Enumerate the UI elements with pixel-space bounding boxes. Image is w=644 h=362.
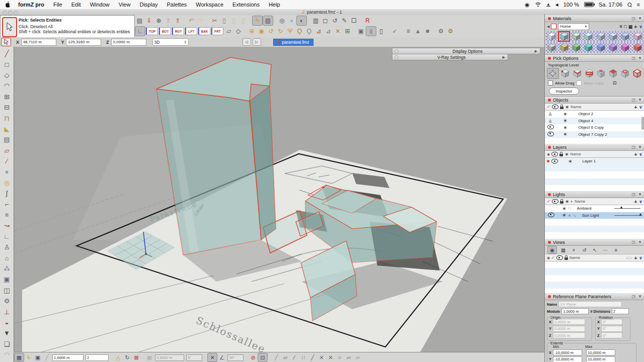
polyhedron-view-icon[interactable]: ◇	[233, 27, 243, 36]
hatch-mode-icon[interactable]: ▨	[263, 16, 273, 26]
attributes-icon[interactable]: ∗	[563, 112, 567, 116]
material-swatch-1[interactable]	[546, 31, 557, 42]
active-layer-icon[interactable]: ◉	[547, 152, 550, 156]
add-layer-button[interactable]: +	[634, 151, 637, 157]
layers-header[interactable]: Layers ◳▼	[545, 144, 644, 151]
bolt-mode-icon[interactable]: ϟ	[252, 16, 263, 26]
grid-divisions-field[interactable]	[86, 354, 109, 361]
sphere-tool-icon[interactable]: ●	[1, 166, 13, 177]
export-arrow-pink-icon[interactable]: ⇧	[164, 16, 173, 25]
material-swatch-8[interactable]	[632, 31, 643, 42]
pick-level-ring-icon[interactable]	[620, 68, 631, 78]
x-coordinate-field[interactable]	[21, 39, 56, 46]
divisions-field[interactable]	[612, 308, 629, 314]
cut-scissors-icon[interactable]: ✂	[210, 16, 219, 25]
pipe-elbow-icon[interactable]: ∟	[1, 231, 13, 242]
lights-header[interactable]: Lights ◳▼	[545, 191, 644, 198]
apple-menu-icon[interactable]	[0, 1, 14, 9]
material-swatch-12[interactable]	[583, 42, 594, 53]
rotate-snap-icon[interactable]: ↻	[123, 353, 132, 361]
panel-popout-icon[interactable]: ◳	[632, 294, 636, 299]
list-view-icon[interactable]: ≡	[619, 24, 622, 29]
lock-icon[interactable]	[559, 154, 563, 156]
cone-sphere-icon[interactable]: ▲	[413, 27, 423, 36]
pick-level-face-hole-icon[interactable]	[596, 68, 607, 78]
view-bottom-button[interactable]: BOT	[159, 27, 171, 35]
objects-scrollbar[interactable]	[641, 117, 644, 130]
blade-tool-icon[interactable]: ╱	[42, 353, 51, 361]
vray-logo-icon[interactable]: R	[363, 16, 372, 25]
origin-z-field[interactable]	[553, 332, 585, 338]
snap-cross-icon[interactable]: ✕	[207, 353, 217, 362]
snap-segment-icon[interactable]: ╱	[272, 353, 281, 361]
eye-icon[interactable]	[547, 125, 554, 129]
menu-bar-clock[interactable]: Sa. 17:06	[599, 2, 622, 8]
window-tool-icon[interactable]: ▣	[33, 353, 42, 361]
confirm-check-icon[interactable]: ✓	[390, 27, 399, 36]
back-arrow-icon[interactable]: ◀	[547, 25, 549, 29]
snap-face-2-icon[interactable]: ▱	[353, 353, 362, 361]
allow-copy-checkbox[interactable]	[577, 80, 582, 85]
dome-outline-icon[interactable]: ◠	[1, 349, 13, 360]
materials-menu-chevron[interactable]: ∨	[639, 24, 642, 29]
material-swatch-14[interactable]	[607, 42, 619, 53]
snap-intersection-points-icon[interactable]: ✕	[326, 353, 335, 361]
module-field[interactable]	[561, 308, 589, 314]
paint-bucket-icon[interactable]: ◒	[1, 317, 13, 328]
sweep-tool-icon[interactable]: ↝	[1, 220, 13, 231]
wire-sphere-icon[interactable]: ◎	[277, 16, 287, 25]
tab-back-button[interactable]: ◁	[243, 38, 251, 46]
attributes-icon[interactable]: ∗	[563, 119, 567, 123]
glue-bottle-2-icon[interactable]: ▯	[238, 16, 248, 25]
prev-view-icon[interactable]: ◁	[625, 256, 628, 260]
hammer-tool-icon[interactable]: ⌐	[1, 199, 13, 209]
menu-palettes[interactable]: Palettes	[163, 2, 192, 8]
light-row-sun-light[interactable]: ∗●↘Sun Light	[545, 212, 644, 219]
measure-wand-icon[interactable]: ⁄	[1, 156, 13, 166]
redo-icon[interactable]: ↷	[196, 16, 206, 25]
attributes-icon[interactable]: ∗	[565, 105, 569, 109]
grid-module-field[interactable]	[52, 354, 84, 361]
render-rotate-icon[interactable]: ↺	[330, 16, 340, 25]
panel-popout-icon[interactable]: ◳	[632, 16, 636, 21]
material-swatch-4[interactable]	[583, 31, 594, 42]
eye-icon[interactable]	[551, 152, 558, 156]
glue-bottle-1-icon[interactable]: ▯	[229, 16, 238, 25]
lock-red-icon[interactable]: ⊠	[132, 353, 141, 361]
panel-collapse-icon[interactable]: ▼	[638, 145, 642, 149]
draw-polygon-icon[interactable]: ◇	[1, 70, 13, 80]
pick-level-face-top-icon[interactable]	[608, 68, 619, 78]
snap-angle-fine-field[interactable]	[186, 354, 202, 361]
sheets-stack-icon[interactable]: ▥	[311, 16, 320, 25]
zoom-window-icon[interactable]: Ϙ	[304, 27, 314, 36]
material-swatch-2[interactable]	[558, 31, 570, 42]
add-material-button[interactable]: +	[634, 24, 637, 30]
spin-view-icon[interactable]: ↻	[276, 27, 285, 36]
add-view-button[interactable]: +	[634, 255, 637, 261]
perspective-grid-icon[interactable]: ▱	[224, 27, 233, 36]
panel-collapse-icon[interactable]: ▼	[638, 294, 642, 299]
object-row-3[interactable]: ∗Object 6 Copy	[545, 124, 644, 131]
spline-tool-icon[interactable]: ∫	[1, 188, 13, 199]
menu-display[interactable]: Display	[135, 2, 162, 8]
material-active-checkbox[interactable]	[551, 24, 556, 29]
close-circle-icon[interactable]: ⊗	[154, 16, 164, 25]
grid-fine-icon[interactable]: ▦	[145, 353, 154, 361]
menu-file[interactable]: File	[49, 2, 67, 8]
pick-level-edge-icon[interactable]	[572, 68, 583, 78]
panel-collapse-icon[interactable]: ▼	[638, 192, 642, 197]
angle-tool-icon[interactable]: ∠	[217, 353, 226, 361]
people-group-icon[interactable]: ⁂	[1, 263, 13, 274]
cube-add-icon[interactable]: ⊞	[1, 92, 13, 102]
inspector-button[interactable]: Inspector	[549, 87, 579, 95]
box-section-icon[interactable]: ◫	[1, 285, 13, 296]
snap-plane-icon[interactable]: ▱	[281, 353, 290, 361]
material-swatch-11[interactable]	[571, 42, 582, 53]
view-top-button[interactable]: TOP	[146, 27, 158, 35]
ref-plane-header[interactable]: Reference Plane Parameters ◳▼	[545, 293, 644, 300]
eye-icon[interactable]	[552, 199, 558, 204]
panel-popout-icon[interactable]: ◳	[632, 56, 636, 60]
lock-icon[interactable]	[560, 201, 564, 204]
light-row-ambient[interactable]: ∗∷Ambient	[545, 205, 644, 212]
dashed-style-icon[interactable]: ⋯	[601, 246, 610, 253]
